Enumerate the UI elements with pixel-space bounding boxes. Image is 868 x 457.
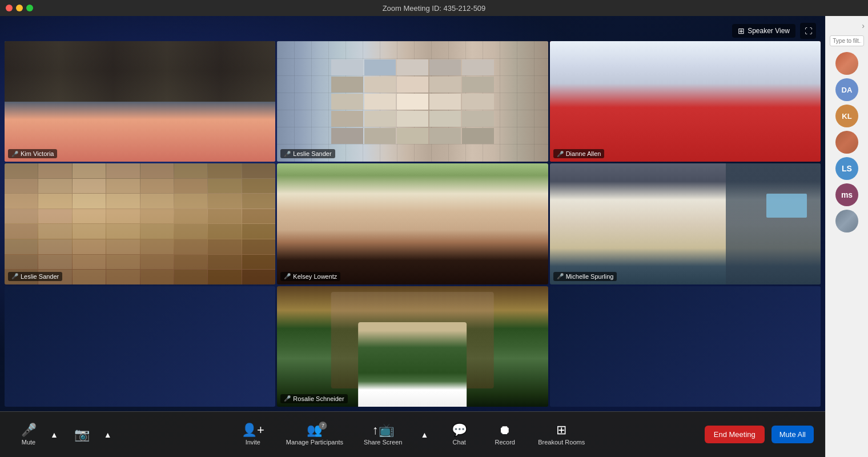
participant-name: Kim Victoria [21, 150, 54, 157]
avatar-initials: ms [841, 190, 853, 199]
video-cell-dianne-allen: 🎤 Dianne Allen [550, 41, 821, 162]
avatar-initials: LS [842, 164, 852, 173]
window-title: Zoom Meeting ID: 435-212-509 [383, 4, 486, 13]
participant-label-kelsey: 🎤 Kelsey Lowentz [280, 272, 340, 281]
fullscreen-icon: ⛶ [805, 27, 812, 35]
participant-label-kim: 🎤 Kim Victoria [8, 149, 57, 158]
share-screen-chevron[interactable]: ▲ [418, 428, 431, 442]
speaker-view-button[interactable]: ⊞ Speaker View [732, 24, 795, 38]
toolbar-right: End Meeting Mute All [705, 426, 814, 443]
toolbar-center: 👤+ Invite 👥 7 Manage Participants ↑📺 Sha… [236, 422, 589, 448]
mic-active-icon: 🎤 [284, 395, 291, 402]
sidebar-collapse[interactable]: › [828, 21, 866, 31]
participant-name: Rosalie Schneider [293, 395, 344, 402]
mute-label: Mute [22, 439, 35, 446]
invite-icon: 👤+ [242, 424, 264, 436]
share-screen-button[interactable]: ↑📺 Share Screen [359, 422, 407, 448]
main-container: ⊞ Speaker View ⛶ 🎤 Kim Victoria [0, 16, 868, 457]
breakout-rooms-icon: ⊞ [556, 424, 566, 436]
manage-participants-label: Manage Participants [286, 439, 343, 446]
fullscreen-button[interactable]: ⛶ [800, 23, 816, 39]
record-icon: ⏺ [499, 424, 511, 436]
view-controls: ⊞ Speaker View ⛶ [728, 21, 821, 41]
participant-label-dianne: 🎤 Dianne Allen [553, 149, 605, 158]
video-cell-leslie-sander-2: 🎤 Leslie Sander [5, 163, 275, 284]
avatar-participant-ms[interactable]: ms [835, 183, 858, 206]
participant-search-input[interactable] [830, 35, 863, 46]
breakout-rooms-button[interactable]: ⊞ Breakout Rooms [533, 422, 589, 448]
breakout-rooms-label: Breakout Rooms [538, 439, 585, 446]
record-label: Record [495, 439, 515, 446]
toolbar: 🎤 Mute ▲ 📷 ▲ 👤+ Invite � [0, 411, 825, 457]
mute-chevron[interactable]: ▲ [48, 428, 61, 442]
close-button[interactable] [6, 5, 13, 11]
video-grid: 🎤 Kim Victoria [5, 41, 821, 407]
mic-muted-icon: 🎤 [11, 151, 18, 157]
video-chevron[interactable]: ▲ [102, 428, 114, 442]
microphone-icon: 🎤 [21, 424, 37, 436]
speaker-view-icon: ⊞ [738, 26, 745, 35]
chat-button[interactable]: 💬 Chat [442, 422, 476, 448]
participant-name: Michelle Spurling [566, 273, 614, 280]
participant-name: Leslie Sander [293, 150, 331, 157]
mic-muted-icon: 🎤 [284, 151, 291, 157]
video-cell-kelsey-lowentz: 🎤 Kelsey Lowentz [277, 163, 548, 284]
video-feed-pixelated [277, 41, 548, 162]
mute-all-button[interactable]: Mute All [771, 426, 814, 443]
chat-label: Chat [453, 439, 466, 446]
mic-muted-icon: 🎤 [11, 273, 18, 279]
window-controls[interactable] [6, 5, 33, 11]
participant-label-leslie1: 🎤 Leslie Sander [280, 149, 335, 158]
avatar-participant-3[interactable] [835, 210, 858, 232]
camera-icon: 📷 [74, 428, 90, 441]
participant-label-michelle: 🎤 Michelle Spurling [553, 272, 617, 281]
video-cell-empty-2 [550, 286, 821, 407]
avatar-initials: DA [842, 86, 853, 94]
manage-participants-button[interactable]: 👥 7 Manage Participants [282, 422, 348, 448]
video-area: ⊞ Speaker View ⛶ 🎤 Kim Victoria [0, 16, 825, 457]
participant-name: Dianne Allen [566, 150, 601, 157]
video-cell-rosalie-schneider: 🎤 Rosalie Schneider [277, 286, 548, 407]
record-button[interactable]: ⏺ Record [488, 422, 522, 448]
video-feed [550, 41, 821, 162]
end-meeting-label: End Meeting [714, 430, 756, 439]
participant-label-rosalie: 🎤 Rosalie Schneider [280, 394, 347, 403]
right-sidebar: › DA KL LS ms [825, 16, 868, 457]
video-cell-kim-victoria: 🎤 Kim Victoria [5, 41, 275, 162]
avatar-participant-1[interactable] [835, 52, 858, 75]
title-bar: Zoom Meeting ID: 435-212-509 [0, 0, 868, 16]
avatar-participant-2[interactable] [835, 131, 858, 154]
share-screen-label: Share Screen [364, 439, 402, 446]
video-button[interactable]: 📷 [65, 426, 99, 443]
avatar-participant-da[interactable]: DA [835, 78, 858, 101]
participants-count: 7 [319, 422, 327, 430]
participant-name: Leslie Sander [21, 273, 59, 280]
participant-label-leslie2: 🎤 Leslie Sander [8, 272, 62, 281]
avatar-initials: KL [842, 112, 851, 121]
mute-button[interactable]: 🎤 Mute [11, 422, 46, 448]
video-cell-leslie-sander-1: 🎤 Leslie Sander [277, 41, 548, 162]
mute-all-label: Mute All [779, 430, 806, 439]
avatar-participant-ls[interactable]: LS [835, 157, 858, 180]
participant-name: Kelsey Lowentz [293, 273, 337, 280]
collapse-icon[interactable]: › [862, 21, 865, 30]
minimize-button[interactable] [16, 5, 23, 11]
mic-muted-icon: 🎤 [557, 273, 564, 279]
video-cell-empty-1 [5, 286, 275, 407]
chat-icon: 💬 [452, 424, 467, 436]
speaker-view-label: Speaker View [748, 27, 790, 35]
maximize-button[interactable] [26, 5, 33, 11]
mic-muted-icon: 🎤 [284, 273, 291, 279]
share-screen-icon: ↑📺 [372, 424, 394, 436]
video-cell-michelle-spurling: 🎤 Michelle Spurling [550, 163, 821, 284]
mic-muted-icon: 🎤 [557, 151, 564, 157]
end-meeting-button[interactable]: End Meeting [705, 426, 765, 443]
video-feed [277, 163, 548, 284]
invite-button[interactable]: 👤+ Invite [236, 422, 270, 448]
toolbar-left: 🎤 Mute ▲ 📷 ▲ [11, 422, 114, 448]
invite-label: Invite [246, 439, 260, 446]
manage-participants-wrapper: 👥 7 Manage Participants [282, 422, 348, 448]
avatar-participant-kl[interactable]: KL [835, 105, 858, 127]
